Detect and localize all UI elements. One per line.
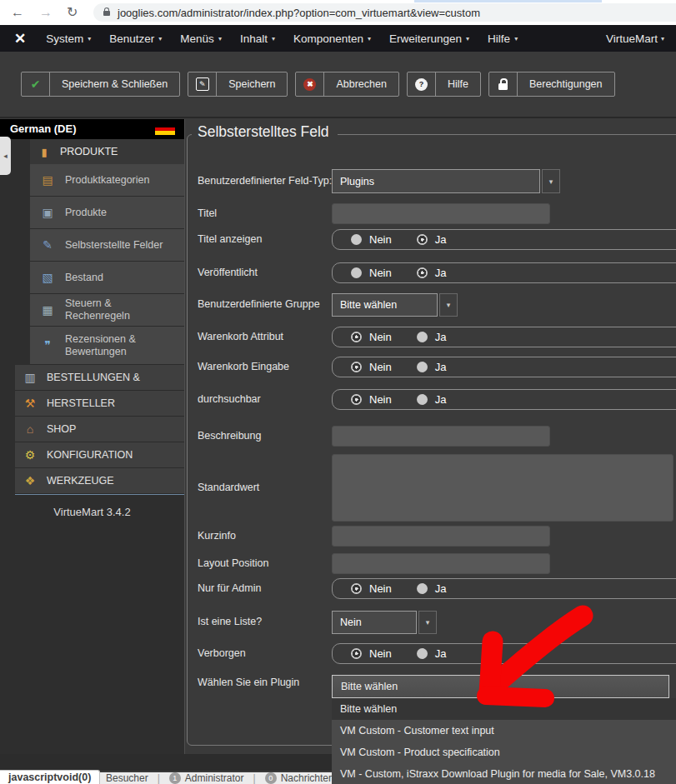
durchsuchbar-radio-ja[interactable]: [417, 394, 428, 405]
durchsuchbar-radio-nein[interactable]: [351, 394, 362, 405]
radio-option-label: Ja: [435, 393, 447, 406]
warenkorb-attribut-radio-ja[interactable]: [417, 332, 428, 342]
chevron-down-icon: ▾: [88, 35, 91, 42]
sidebar-item-produktkategorien[interactable]: ▤Produktkategorien: [30, 164, 184, 197]
check-icon: ✔: [31, 77, 41, 91]
titel-input[interactable]: [332, 203, 550, 224]
gruppe-select-caret[interactable]: ▾: [439, 293, 458, 317]
reviews-bubbles-icon: ❞: [39, 338, 56, 352]
menu-label: Hilfe: [488, 32, 510, 45]
warenkorb-attribut-radio-nein[interactable]: [351, 332, 362, 342]
radio-option-label: Nein: [369, 331, 392, 343]
field-label-beschreibung: Beschreibung: [198, 430, 261, 442]
orders-icon: ▥: [22, 371, 38, 384]
sidebar-item-label: Rezensionen & Bewertungen: [65, 333, 184, 358]
menu-item-virtuemart[interactable]: VirtueMart ▾: [601, 32, 669, 45]
warenkorb-eingabe-radio-ja[interactable]: [417, 362, 428, 372]
sidebar-collapse-handle[interactable]: ◂: [0, 137, 11, 175]
menu-label: Erweiterungen: [389, 32, 462, 45]
sidebar-section-bestellungen[interactable]: ▥BESTELLUNGEN &: [15, 365, 184, 391]
menu-label: Komponenten: [293, 32, 363, 45]
feldtyp-select[interactable]: Plugins: [332, 169, 540, 193]
sidebar-item-bestand[interactable]: ▧Bestand: [30, 262, 184, 294]
titel-anzeigen-radio-group: NeinJa: [332, 229, 676, 250]
cancel-icon: ✖: [303, 78, 316, 91]
configuration-tools-icon: ⚙: [22, 448, 38, 462]
layout-position-input[interactable]: [332, 553, 550, 574]
nur-fuer-admin-radio-group: NeinJa: [332, 578, 676, 599]
veroeffentlicht-radio-nein[interactable]: [351, 267, 362, 278]
plugin-option[interactable]: VM Custom - Customer text input: [332, 720, 676, 742]
address-bar[interactable]: jooglies.com/administrator/index.php?opt…: [93, 3, 676, 22]
toolbar-button-abbrechen[interactable]: ✖Abbrechen: [295, 72, 398, 97]
sidebar-section-shop[interactable]: ⌂SHOP: [15, 417, 184, 442]
toolbar-button-speichern---schlie-en[interactable]: ✔Speichern & Schließen: [21, 72, 180, 97]
browser-forward-icon[interactable]: →: [39, 3, 53, 22]
sidebar-section-hersteller[interactable]: ⚒HERSTELLER: [15, 391, 184, 417]
plugin-field-label: Wählen Sie ein Plugin: [198, 677, 299, 688]
radio-option-label: Ja: [435, 361, 447, 373]
radio-option-label: Nein: [369, 233, 392, 246]
chevron-down-icon: ▾: [514, 35, 518, 42]
sidebar-section-produkte[interactable]: ▮ PRODUKTE: [30, 139, 184, 165]
warenkorb-eingabe-radio-nein[interactable]: [351, 362, 362, 372]
menu-item-erweiterungen[interactable]: Erweiterungen▾: [380, 32, 478, 45]
veroeffentlicht-radio-ja[interactable]: [417, 267, 428, 278]
sidebar-section-konfiguration[interactable]: ⚙KONFIGURATION: [15, 442, 184, 468]
joomla-logo-icon[interactable]: ✕: [14, 30, 26, 47]
plugin-option[interactable]: VM - Custom, iStraxx Download Plugin for…: [332, 763, 676, 784]
titel-anzeigen-radio-nein[interactable]: [351, 234, 362, 245]
field-label-durchsuchbar: durchsuchbar: [198, 393, 261, 405]
language-header: German (DE): [0, 119, 184, 139]
footer-visitors[interactable]: Besucher: [106, 772, 148, 784]
toolbar-button-label: Hilfe: [436, 78, 480, 90]
sidebar-item-selbsterstelltefelder[interactable]: ✎Selbsterstellte Felder: [30, 229, 184, 262]
footer-admin[interactable]: 1 Administrator: [169, 772, 244, 784]
sidebar-item-label: Produktkategorien: [65, 174, 156, 187]
nur-fuer-admin-radio-nein[interactable]: [351, 583, 362, 594]
chevron-down-icon: ▾: [466, 35, 469, 42]
verborgen-radio-nein[interactable]: [351, 648, 362, 659]
menu-item-komponenten[interactable]: Komponenten▾: [284, 32, 380, 45]
sidebar-item-steuernrechenregeln[interactable]: ▦Steuern & Rechenregeln: [30, 294, 184, 327]
nur-fuer-admin-radio-ja[interactable]: [417, 583, 428, 594]
virtuemart-version: VirtueMart 3.4.2: [0, 506, 184, 518]
browser-reload-icon[interactable]: ↻: [67, 3, 78, 22]
menu-item-inhalt[interactable]: Inhalt▾: [231, 32, 284, 45]
sidebar-item-produkte[interactable]: ▣Produkte: [30, 197, 184, 229]
ist-eine-liste-select-caret[interactable]: ▾: [418, 611, 437, 634]
toolbar-button-hilfe[interactable]: ?Hilfe: [407, 72, 481, 97]
plugin-option[interactable]: Bitte wählen: [332, 698, 676, 720]
help-icon: ?: [408, 72, 436, 96]
ist-eine-liste-select[interactable]: Nein: [332, 611, 417, 634]
toolbar-button-speichern[interactable]: ✎Speichern: [188, 72, 288, 97]
sidebar-section-werkzeuge[interactable]: ❖WERKZEUGE: [15, 468, 184, 494]
sidebar-item-rezensionenbewertungen[interactable]: ❞Rezensionen & Bewertungen: [30, 327, 184, 365]
cancel-icon: ✖: [296, 72, 324, 96]
menu-item-mens[interactable]: Menüs▾: [171, 32, 231, 45]
content-divider: [0, 117, 676, 118]
warenkorb-eingabe-radio-group: NeinJa: [332, 357, 676, 377]
footer-messages-label: Nachrichten: [281, 772, 334, 784]
gruppe-select[interactable]: Bitte wählen: [332, 293, 438, 317]
toolbox-icon: ❖: [22, 474, 38, 487]
footer-messages[interactable]: 0 Nachrichten: [265, 772, 334, 784]
package-icon: ▮: [37, 146, 52, 158]
beschreibung-input[interactable]: [332, 426, 550, 447]
toolbar-button-berechtigungen[interactable]: Berechtigungen: [488, 72, 615, 97]
kurzinfo-input[interactable]: [332, 526, 550, 547]
titel-anzeigen-radio-ja[interactable]: [417, 234, 428, 245]
menu-item-hilfe[interactable]: Hilfe▾: [478, 32, 527, 45]
menu-item-benutzer[interactable]: Benutzer▾: [100, 32, 171, 45]
browser-back-icon[interactable]: ←: [11, 3, 24, 22]
menu-label: Menüs: [180, 32, 214, 45]
menu-item-system[interactable]: System▾: [37, 32, 100, 45]
plugin-option[interactable]: VM Custom - Product specification: [332, 742, 676, 763]
plugin-select[interactable]: Bitte wählen: [332, 675, 669, 698]
verborgen-radio-ja[interactable]: [417, 648, 428, 659]
browser-toolbar: ← → ↻ jooglies.com/administrator/index.p…: [0, 0, 676, 25]
sidebar-divider: [15, 494, 184, 495]
field-label-titel-anzeigen: Titel anzeigen: [198, 233, 262, 245]
standardwert-input[interactable]: [332, 454, 673, 522]
feldtyp-select-caret[interactable]: ▾: [542, 169, 560, 193]
